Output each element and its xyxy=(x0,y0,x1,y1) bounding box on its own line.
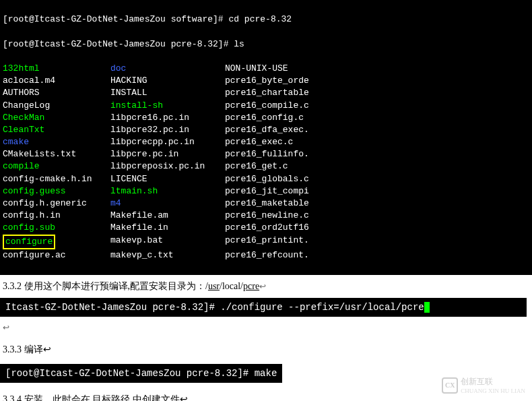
ls-row: CheckManlibpcre16.pc.inpcre16_config.c xyxy=(3,112,529,124)
ls-cell: aclocal.m4 xyxy=(3,75,55,86)
ls-row: config.subMakefile.inpcre16_ord2utf16 xyxy=(3,222,529,234)
mid-path: /local/ xyxy=(220,281,243,291)
ls-cell: libpcrecpp.pc.in xyxy=(110,137,195,147)
ls-cell: pcre16_config.c xyxy=(225,113,304,123)
ls-cell: cmake xyxy=(3,137,29,147)
ls-row: ChangeLoginstall-shpcre16_compile.c xyxy=(3,100,529,112)
ls-listing: 132htmldocNON-UNIX-USEaclocal.m4HACKINGp… xyxy=(3,63,529,261)
cmd-ls: ls xyxy=(234,39,244,49)
ls-row: config.h.inMakefile.ampcre16_newline.c xyxy=(3,210,529,222)
watermark-subtext: CHUANG XIN HU LIAN xyxy=(461,388,525,394)
ls-cell: m4 xyxy=(110,198,121,208)
ls-cell: config.sub xyxy=(3,222,55,233)
ls-cell: doc xyxy=(110,63,126,73)
ls-cell: Makefile.in xyxy=(110,222,168,233)
ls-row: CleanTxtlibpcre32.pc.inpcre16_dfa_exec. xyxy=(3,124,529,136)
ls-row: AUTHORSINSTALLpcre16_chartable xyxy=(3,87,529,99)
ls-cell: pcre16_exec.c xyxy=(225,137,293,147)
cmd-cd: cd pcre-8.32 xyxy=(228,14,292,24)
section-332-title: 3.3.2 使用这个脚本进行预编译,配置安装目录为：/usr/local/pcr… xyxy=(0,275,532,298)
ls-row: config.guessltmain.shpcre16_jit_compi xyxy=(3,185,529,197)
ls-cell: pcre16_refcount. xyxy=(225,250,309,260)
cmd-make: make xyxy=(255,368,277,379)
ls-cell: LICENCE xyxy=(110,174,147,184)
terminal-block-3: [root@Itcast-GZ-DotNet-JamesZou pcre-8.3… xyxy=(0,364,282,383)
ls-cell: CleanTxt xyxy=(3,125,44,135)
ls-row: config-cmake.h.inLICENCEpcre16_globals.c xyxy=(3,173,529,185)
watermark-text: 创新互联 xyxy=(461,376,525,388)
ls-row: compilelibpcreposix.pc.inpcre16_get.c xyxy=(3,160,529,173)
prompt-line-2: [root@Itcast-GZ-DotNet-JamesZou pcre-8.3… xyxy=(3,39,234,49)
ls-cell: pcre16_jit_compi xyxy=(225,186,309,196)
section-num: 3.3.2 xyxy=(3,281,24,291)
ls-cell: pcre16_compile.c xyxy=(225,100,309,111)
prompt-make: [root@Itcast-GZ-DotNet-JamesZou pcre-8.3… xyxy=(5,368,255,379)
ls-cell: configure.ac xyxy=(3,250,66,260)
ls-cell: libpcreposix.pc.in xyxy=(110,161,205,171)
ls-row: aclocal.m4HACKINGpcre16_byte_orde xyxy=(3,75,529,87)
ls-cell: pcre16_fullinfo. xyxy=(225,149,309,159)
cursor-highlight xyxy=(424,302,430,313)
watermark-logo-icon: CX xyxy=(442,377,458,394)
section-334-text: 3.3.4 安装，此时会在 目标路径 中创建文件↩ xyxy=(3,394,188,401)
ls-cell: ChangeLog xyxy=(3,100,50,111)
ls-cell: pcre16_globals.c xyxy=(225,174,309,184)
ls-row: config.h.genericm4pcre16_maketable xyxy=(3,197,529,210)
terminal-block-2: Itcast-GZ-DotNet-JamesZou pcre-8.32]# ./… xyxy=(0,298,527,317)
watermark: CX 创新互联 CHUANG XIN HU LIAN xyxy=(442,376,525,394)
ls-cell: 132html xyxy=(3,63,40,73)
ls-cell: pcre16_get.c xyxy=(225,161,288,171)
terminal-block-1: [root@Itcast-GZ-DotNet-JamesZou software… xyxy=(0,0,532,275)
ls-cell: pcre16_chartable xyxy=(225,88,309,98)
ls-cell: libpcre16.pc.in xyxy=(110,113,189,123)
ls-cell: pcre16_byte_orde xyxy=(225,75,309,86)
prompt-line-1: [root@Itcast-GZ-DotNet-JamesZou software… xyxy=(3,14,228,24)
prompt-configure: Itcast-GZ-DotNet-JamesZou pcre-8.32]# xyxy=(5,302,220,313)
ls-cell: libpcre32.pc.in xyxy=(110,125,189,135)
ls-cell: config.guess xyxy=(3,186,66,196)
ls-cell: compile xyxy=(3,161,40,171)
ls-cell: CheckMan xyxy=(3,113,44,123)
ls-cell: pcre16_printint. xyxy=(225,235,309,245)
ls-row: configuremakevp.batpcre16_printint. xyxy=(3,235,529,249)
ls-row: 132htmldocNON-UNIX-USE xyxy=(3,63,529,75)
ls-row: CMakeLists.txtlibpcre.pc.inpcre16_fullin… xyxy=(3,148,529,160)
ls-cell: configure xyxy=(5,237,53,247)
ls-cell: config-cmake.h.in xyxy=(3,174,92,184)
ls-cell: config.h.in xyxy=(3,210,61,220)
ls-cell: config.h.generic xyxy=(3,198,87,208)
ls-cell: libpcre.pc.in xyxy=(110,149,178,159)
usr-underline: usr xyxy=(208,281,220,291)
return-symbol-2: ↩ xyxy=(3,323,9,332)
ls-cell: pcre16_dfa_exec. xyxy=(225,125,309,135)
ls-cell: INSTALL xyxy=(110,88,147,98)
ls-cell: AUTHORS xyxy=(3,88,40,98)
ls-row: cmakelibpcrecpp.pc.inpcre16_exec.c xyxy=(3,136,529,148)
ls-cell: ltmain.sh xyxy=(110,186,158,196)
ls-cell: install-sh xyxy=(110,100,163,111)
ls-cell: HACKING xyxy=(110,75,147,86)
ls-row: configure.acmakevp_c.txtpcre16_refcount. xyxy=(3,249,529,261)
ls-cell: pcre16_newline.c xyxy=(225,210,309,220)
cmd-configure: ./configure --prefix=/usr/local/pcre xyxy=(220,302,424,313)
ls-cell: makevp.bat xyxy=(110,235,163,245)
ls-cell: NON-UNIX-USE xyxy=(225,63,288,73)
section-333-title: 3.3.3 编译↩ xyxy=(0,338,532,361)
ls-cell: pcre16_ord2utf16 xyxy=(225,222,309,233)
ls-cell: pcre16_maketable xyxy=(225,198,309,208)
return-symbol: ↩ xyxy=(259,282,266,291)
section-text: 使用这个脚本进行预编译,配置安装目录为：/ xyxy=(24,281,208,291)
pcre-underline: pcre xyxy=(243,281,259,291)
section-333-text: 3.3.3 编译↩ xyxy=(3,344,51,354)
ls-cell: Makefile.am xyxy=(110,210,168,220)
ls-cell: makevp_c.txt xyxy=(110,250,174,260)
return-line: ↩ xyxy=(0,317,532,338)
ls-cell: CMakeLists.txt xyxy=(3,149,76,159)
